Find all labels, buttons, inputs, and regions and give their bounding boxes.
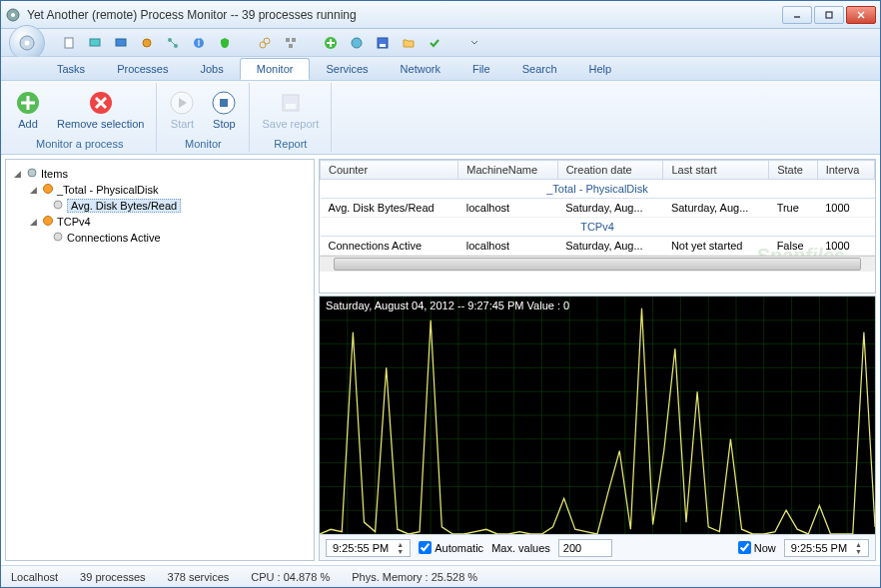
col-creation[interactable]: Creation date xyxy=(557,161,663,180)
svg-point-25 xyxy=(352,38,362,48)
tree-item[interactable]: Connections Active xyxy=(12,230,308,246)
svg-point-7 xyxy=(25,40,30,45)
counter-grid[interactable]: Snapfiles Counter MachineName Creation d… xyxy=(319,159,876,294)
menu-processes[interactable]: Processes xyxy=(101,59,184,79)
ribbon-group-label: Report xyxy=(274,137,307,152)
qt-info-icon[interactable]: i xyxy=(189,33,209,53)
svg-point-41 xyxy=(54,201,62,209)
qt-screen-icon[interactable] xyxy=(85,33,105,53)
chart-panel: Saturday, August 04, 2012 -- 9:27:45 PM … xyxy=(319,295,876,561)
grid-header-row: Counter MachineName Creation date Last s… xyxy=(321,161,875,180)
scrollbar-thumb[interactable] xyxy=(334,258,861,271)
qt-hosts-icon[interactable] xyxy=(281,33,301,53)
quick-toolbar: i xyxy=(1,29,880,57)
chart-timestamp-label: Saturday, August 04, 2012 -- 9:27:45 PM … xyxy=(326,299,569,311)
remove-button[interactable]: Remove selection xyxy=(51,88,150,132)
ribbon-group-report: Save report Report xyxy=(250,83,332,152)
minimize-button[interactable] xyxy=(782,6,812,24)
ribbon-group-monitor: Start Stop Monitor xyxy=(157,83,250,152)
play-icon xyxy=(169,90,195,116)
menu-network[interactable]: Network xyxy=(385,59,456,79)
col-machine[interactable]: MachineName xyxy=(458,161,557,180)
menu-file[interactable]: File xyxy=(456,59,506,79)
horizontal-scrollbar[interactable] xyxy=(320,256,875,272)
now-checkbox[interactable]: Now xyxy=(738,541,776,554)
tree-item[interactable]: ◢ _Total - PhysicalDisk xyxy=(12,182,308,198)
time-start-spinner[interactable]: 9:25:55 PM ▲▼ xyxy=(326,539,411,557)
qt-folder-icon[interactable] xyxy=(399,33,419,53)
status-services: 378 services xyxy=(168,571,230,583)
ribbon-group-label: Monitor xyxy=(185,137,222,152)
category-icon xyxy=(42,215,54,229)
spinner-arrows-icon[interactable]: ▲▼ xyxy=(393,541,408,555)
col-laststart[interactable]: Last start xyxy=(663,161,769,180)
menu-tasks[interactable]: Tasks xyxy=(41,59,101,79)
content-area: ◢ Items ◢ _Total - PhysicalDisk Avg. Dis… xyxy=(1,155,880,565)
time-end-spinner[interactable]: 9:25:55 PM ▲▼ xyxy=(784,539,869,557)
menu-search[interactable]: Search xyxy=(506,59,573,79)
status-memory: Phys. Memory : 25.528 % xyxy=(352,571,477,583)
menu-help[interactable]: Help xyxy=(573,59,628,79)
counter-icon xyxy=(52,231,64,245)
tree-item[interactable]: ◢ TCPv4 xyxy=(12,214,308,230)
qt-network-icon[interactable] xyxy=(163,33,183,53)
qt-save-icon[interactable] xyxy=(373,33,393,53)
collapse-icon[interactable]: ◢ xyxy=(28,185,39,196)
close-button[interactable] xyxy=(846,6,876,24)
col-interval[interactable]: Interva xyxy=(817,161,874,180)
status-processes: 39 processes xyxy=(80,571,145,583)
app-menu-button[interactable] xyxy=(9,25,45,61)
collapse-icon[interactable]: ◢ xyxy=(12,169,23,180)
menu-jobs[interactable]: Jobs xyxy=(184,59,239,79)
ribbon-group-process: Add Remove selection Monitor a process xyxy=(3,83,157,152)
grid-group-row[interactable]: TCPv4 xyxy=(321,218,875,237)
save-icon xyxy=(278,90,304,116)
qt-shield-icon[interactable] xyxy=(215,33,235,53)
svg-point-18 xyxy=(264,38,270,44)
menu-monitor[interactable]: Monitor xyxy=(240,58,311,80)
automatic-checkbox[interactable]: Automatic xyxy=(419,541,483,554)
svg-point-40 xyxy=(44,185,53,194)
menu-services[interactable]: Services xyxy=(310,59,384,79)
qt-gear-icon[interactable] xyxy=(137,33,157,53)
ribbon-group-label: Monitor a process xyxy=(36,137,123,152)
col-state[interactable]: State xyxy=(769,161,818,180)
remove-icon xyxy=(88,90,114,116)
add-button[interactable]: Add xyxy=(9,88,47,132)
qt-doc-icon[interactable] xyxy=(59,33,79,53)
counter-icon xyxy=(52,199,64,213)
save-report-button[interactable]: Save report xyxy=(256,88,325,132)
svg-point-1 xyxy=(11,13,15,17)
qt-check-icon[interactable] xyxy=(425,33,444,53)
col-counter[interactable]: Counter xyxy=(321,161,458,180)
titlebar: Yet Another (remote) Process Monitor -- … xyxy=(1,1,880,29)
tree-item-selected[interactable]: Avg. Disk Bytes/Read xyxy=(12,198,308,214)
svg-rect-38 xyxy=(286,104,296,109)
tree-root[interactable]: ◢ Items xyxy=(12,166,308,182)
svg-point-43 xyxy=(54,233,62,241)
qt-monitor-icon[interactable] xyxy=(111,33,131,53)
maximize-button[interactable] xyxy=(814,6,844,24)
spinner-arrows-icon[interactable]: ▲▼ xyxy=(851,541,866,555)
collapse-icon[interactable]: ◢ xyxy=(28,217,39,228)
status-host: Localhost xyxy=(11,571,58,583)
qt-add-icon[interactable] xyxy=(321,33,341,53)
app-window: Yet Another (remote) Process Monitor -- … xyxy=(0,0,881,588)
max-values-input[interactable] xyxy=(558,539,612,557)
svg-rect-3 xyxy=(826,12,832,18)
qt-globe-icon[interactable] xyxy=(347,33,367,53)
qt-connect-icon[interactable] xyxy=(255,33,275,53)
qt-dropdown-arrow-icon[interactable] xyxy=(464,33,484,53)
stop-button[interactable]: Stop xyxy=(205,88,243,132)
app-icon xyxy=(5,7,21,23)
category-icon xyxy=(42,183,54,197)
performance-chart[interactable]: Saturday, August 04, 2012 -- 9:27:45 PM … xyxy=(320,296,875,534)
statusbar: Localhost 39 processes 378 services CPU … xyxy=(1,565,880,587)
tree-view[interactable]: ◢ Items ◢ _Total - PhysicalDisk Avg. Dis… xyxy=(5,159,315,561)
status-cpu: CPU : 04.878 % xyxy=(251,571,330,583)
table-row[interactable]: Connections Active localhost Saturday, A… xyxy=(321,237,875,256)
table-row[interactable]: Avg. Disk Bytes/Read localhost Saturday,… xyxy=(321,199,875,218)
grid-group-row[interactable]: _Total - PhysicalDisk xyxy=(321,180,875,199)
start-button[interactable]: Start xyxy=(163,88,201,132)
gear-icon xyxy=(26,167,38,181)
